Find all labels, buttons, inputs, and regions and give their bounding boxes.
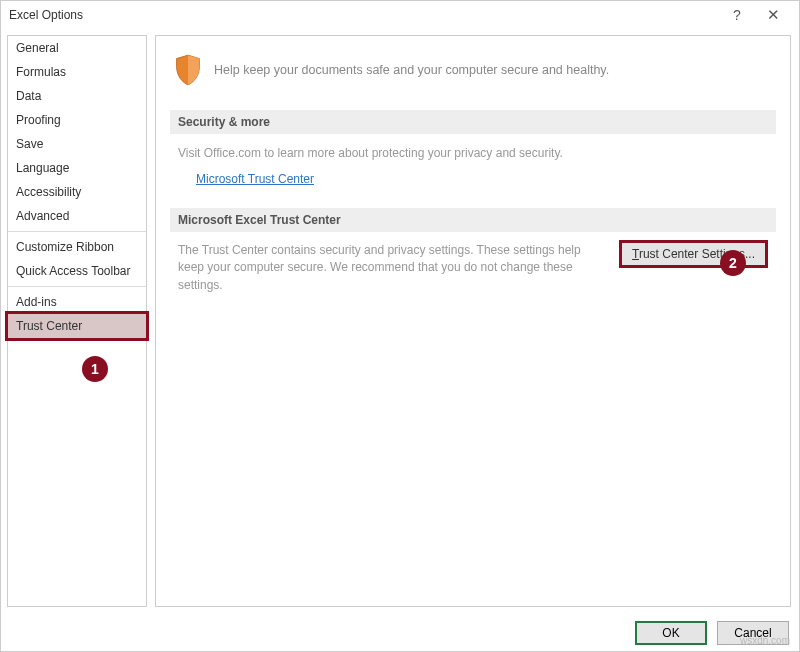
sidebar: General Formulas Data Proofing Save Lang… bbox=[7, 35, 147, 607]
trust-center-row: The Trust Center contains security and p… bbox=[170, 242, 776, 294]
dialog-footer: OK Cancel bbox=[1, 615, 799, 651]
sidebar-item-formulas[interactable]: Formulas bbox=[8, 60, 146, 84]
sidebar-item-quick-access-toolbar[interactable]: Quick Access Toolbar bbox=[8, 259, 146, 283]
dialog-body: General Formulas Data Proofing Save Lang… bbox=[1, 29, 799, 615]
sidebar-item-general[interactable]: General bbox=[8, 36, 146, 60]
sidebar-item-language[interactable]: Language bbox=[8, 156, 146, 180]
excel-options-dialog: Excel Options ? ✕ General Formulas Data … bbox=[0, 0, 800, 652]
security-description: Visit Office.com to learn more about pro… bbox=[178, 144, 768, 162]
section-security-header: Security & more bbox=[170, 110, 776, 134]
annotation-badge-2: 2 bbox=[720, 250, 746, 276]
trust-center-description: The Trust Center contains security and p… bbox=[178, 242, 595, 294]
sidebar-separator bbox=[8, 286, 146, 287]
main-panel: Help keep your documents safe and your c… bbox=[155, 35, 791, 607]
sidebar-item-advanced[interactable]: Advanced bbox=[8, 204, 146, 228]
sidebar-item-save[interactable]: Save bbox=[8, 132, 146, 156]
hero-text: Help keep your documents safe and your c… bbox=[214, 63, 609, 77]
annotation-badge-1: 1 bbox=[82, 356, 108, 382]
sidebar-item-proofing[interactable]: Proofing bbox=[8, 108, 146, 132]
titlebar: Excel Options ? ✕ bbox=[1, 1, 799, 29]
sidebar-item-trust-center[interactable]: Trust Center bbox=[5, 311, 149, 341]
sidebar-item-data[interactable]: Data bbox=[8, 84, 146, 108]
window-title: Excel Options bbox=[9, 8, 719, 22]
section-trust-center-header: Microsoft Excel Trust Center bbox=[170, 208, 776, 232]
shield-icon bbox=[174, 54, 202, 86]
hero-row: Help keep your documents safe and your c… bbox=[170, 46, 776, 104]
sidebar-item-accessibility[interactable]: Accessibility bbox=[8, 180, 146, 204]
watermark: wsxdn.com bbox=[740, 635, 790, 646]
help-icon[interactable]: ? bbox=[719, 3, 755, 27]
section-security-body: Visit Office.com to learn more about pro… bbox=[170, 144, 776, 202]
sidebar-separator bbox=[8, 231, 146, 232]
close-icon[interactable]: ✕ bbox=[755, 3, 791, 27]
microsoft-trust-center-link[interactable]: Microsoft Trust Center bbox=[178, 170, 314, 188]
sidebar-item-customize-ribbon[interactable]: Customize Ribbon bbox=[8, 235, 146, 259]
ok-button[interactable]: OK bbox=[635, 621, 707, 645]
